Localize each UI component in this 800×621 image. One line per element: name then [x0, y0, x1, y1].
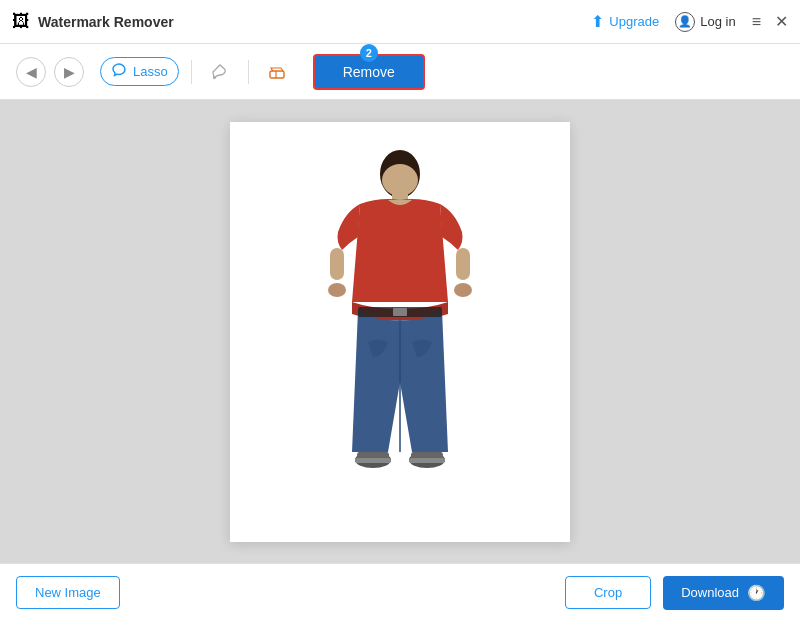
tool-divider-2 — [248, 60, 249, 84]
app-logo-icon: 🖼 — [12, 11, 30, 32]
upgrade-label: Upgrade — [609, 14, 659, 29]
menu-button[interactable]: ≡ — [752, 14, 761, 30]
person-figure — [300, 142, 500, 522]
svg-point-4 — [382, 164, 418, 196]
svg-rect-14 — [412, 422, 442, 454]
bottom-right-actions: Crop Download 🕐 — [565, 576, 784, 610]
upgrade-arrow-icon: ⬆ — [591, 12, 604, 31]
undo-button[interactable]: ◀ — [16, 57, 46, 87]
new-image-button[interactable]: New Image — [16, 576, 120, 609]
image-canvas[interactable] — [230, 122, 570, 542]
download-button[interactable]: Download 🕐 — [663, 576, 784, 610]
main-canvas-area — [0, 100, 800, 563]
lasso-label: Lasso — [133, 64, 168, 79]
lasso-tool-group[interactable]: Lasso — [100, 57, 179, 86]
redo-icon: ▶ — [64, 64, 75, 80]
brush-button[interactable] — [204, 56, 236, 88]
tool-divider — [191, 60, 192, 84]
upgrade-button[interactable]: ⬆ Upgrade — [591, 12, 659, 31]
svg-rect-20 — [409, 458, 445, 463]
download-label: Download — [681, 585, 739, 600]
clock-icon: 🕐 — [747, 584, 766, 602]
svg-rect-13 — [358, 422, 388, 454]
remove-button-wrapper: 2 Remove — [313, 54, 425, 90]
toolbar: ◀ ▶ Lasso 2 Remove — [0, 44, 800, 100]
bottom-bar: New Image Crop Download 🕐 — [0, 563, 800, 621]
badge: 2 — [360, 44, 378, 62]
login-button[interactable]: 👤 Log in — [675, 12, 735, 32]
title-bar: 🖼 Watermark Remover ⬆ Upgrade 👤 Log in ≡… — [0, 0, 800, 44]
lasso-icon — [111, 62, 127, 81]
svg-rect-6 — [330, 248, 344, 280]
window-controls: ≡ ✕ — [752, 14, 788, 30]
app-title: Watermark Remover — [38, 14, 174, 30]
eraser-button[interactable] — [261, 56, 293, 88]
user-icon: 👤 — [675, 12, 695, 32]
svg-point-8 — [328, 283, 346, 297]
redo-button[interactable]: ▶ — [54, 57, 84, 87]
svg-rect-7 — [456, 248, 470, 280]
svg-rect-19 — [355, 458, 391, 463]
svg-rect-1 — [270, 71, 284, 78]
title-right: ⬆ Upgrade 👤 Log in ≡ ✕ — [591, 12, 788, 32]
svg-point-0 — [213, 76, 216, 79]
svg-rect-12 — [393, 308, 407, 316]
login-label: Log in — [700, 14, 735, 29]
svg-point-9 — [454, 283, 472, 297]
undo-icon: ◀ — [26, 64, 37, 80]
crop-button[interactable]: Crop — [565, 576, 651, 609]
title-left: 🖼 Watermark Remover — [12, 11, 174, 32]
close-button[interactable]: ✕ — [775, 14, 788, 30]
